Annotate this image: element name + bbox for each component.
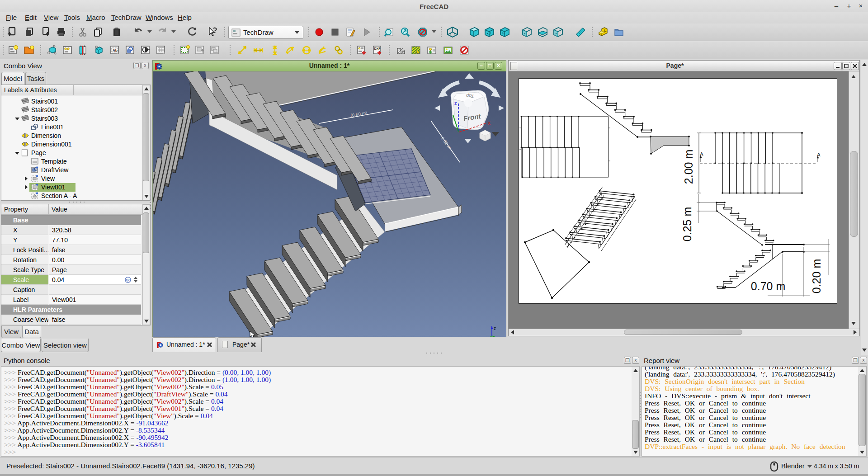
svg-text:z: z <box>494 326 496 331</box>
svg-text:x: x <box>488 120 491 126</box>
svg-text:0.25 m: 0.25 m <box>681 207 693 241</box>
svg-text:Top: Top <box>466 93 475 99</box>
svg-text:DXF: DXF <box>374 47 381 50</box>
svg-text:Ab: Ab <box>113 48 118 52</box>
svg-text:f(x): f(x) <box>126 278 131 282</box>
svg-text:2.00 m: 2.00 m <box>682 150 695 184</box>
svg-text:0.70 m: 0.70 m <box>751 280 785 292</box>
svg-text:0.20 m: 0.20 m <box>810 259 823 293</box>
svg-text:y: y <box>498 336 500 337</box>
svg-text:z: z <box>454 100 457 106</box>
